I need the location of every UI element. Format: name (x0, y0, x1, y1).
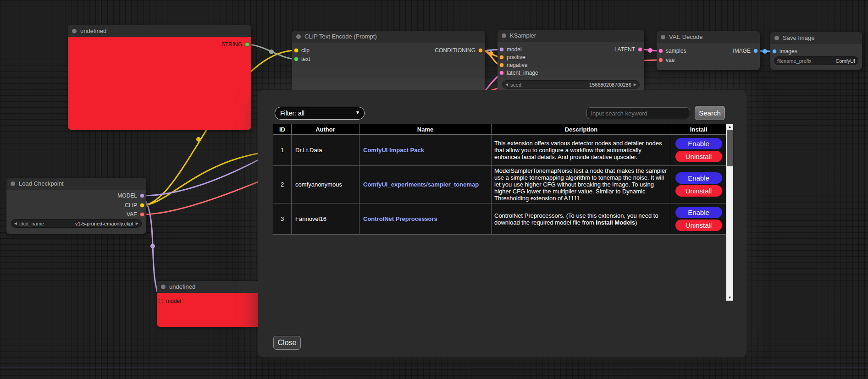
scroll-up-icon[interactable]: ▲ (726, 124, 733, 130)
node-titlebar[interactable]: undefined (68, 25, 251, 37)
input-slot-latent-image[interactable] (499, 71, 504, 75)
search-button[interactable]: Search (695, 106, 725, 120)
extension-link[interactable]: ComfyUI_experiments/sampler_tonemap (363, 181, 479, 188)
input-slot-text[interactable] (294, 57, 299, 61)
input-slot-images[interactable] (772, 49, 777, 54)
node-titlebar[interactable]: KSampler (498, 30, 644, 42)
col-header-name: Name (359, 124, 492, 135)
wire-string-to-text (247, 44, 296, 59)
input-slot-clip[interactable] (294, 48, 299, 53)
search-input[interactable] (586, 107, 690, 119)
output-slot-clip[interactable] (140, 203, 144, 208)
collapse-dot-icon[interactable] (296, 34, 301, 39)
input-slot-negative[interactable] (499, 63, 504, 67)
close-button[interactable]: Close (273, 336, 301, 350)
filter-select-wrap: Filter: all ▼ (275, 107, 365, 120)
cell-description: This extension offers various detector n… (492, 135, 671, 166)
extensions-table: ID Author Name Description Install 1 Dr.… (273, 124, 726, 235)
widget-ckpt-name[interactable]: ◀ ckpt_name v1-5-pruned-emaonly.ckpt ▶ (11, 219, 142, 228)
collapse-dot-icon[interactable] (161, 285, 166, 289)
node-title: KSampler (510, 32, 536, 39)
node-ksampler[interactable]: KSampler model positive negative latent_… (498, 30, 644, 94)
table-header-row: ID Author Name Description Install (273, 124, 726, 135)
cell-id: 1 (273, 135, 292, 166)
input-slot-model[interactable] (499, 47, 504, 52)
cell-author: Dr.Lt.Data (292, 135, 359, 166)
link-dot (269, 49, 274, 54)
slot-label: STRING (221, 41, 242, 48)
extension-row: 2 comfyanonymous ComfyUI_experiments/sam… (273, 166, 726, 203)
output-slot-conditioning[interactable] (478, 48, 483, 53)
output-slot-vae[interactable] (140, 212, 144, 217)
uninstall-button[interactable]: Uninstall (675, 185, 722, 197)
input-slot-samples[interactable] (658, 49, 663, 53)
output-slot-image[interactable] (753, 49, 758, 53)
slot-label: latent_image (507, 69, 538, 77)
extension-row: 3 Fannovel16 ControlNet Preprocessors Co… (273, 203, 726, 235)
slot-label: samples (666, 47, 686, 55)
node-titlebar[interactable]: VAE Decode (657, 31, 760, 43)
cell-author: comfyanonymous (292, 166, 359, 203)
collapse-dot-icon[interactable] (72, 29, 77, 33)
node-undefined-top[interactable]: undefined STRING (68, 25, 251, 130)
output-slot-string[interactable] (245, 42, 249, 47)
cell-id: 2 (273, 166, 292, 203)
graph-canvas[interactable]: undefined STRING CLIP Text Encode (Promp… (0, 0, 868, 379)
col-header-author: Author (292, 124, 359, 135)
description-text: ModelSamplerTonemapNoiseTest a node that… (494, 167, 667, 202)
arrow-right-icon[interactable]: ▶ (634, 80, 636, 89)
scroll-thumb[interactable] (727, 130, 733, 166)
filter-select[interactable]: Filter: all (275, 107, 365, 120)
collapse-dot-icon[interactable] (661, 35, 665, 39)
collapse-dot-icon[interactable] (774, 36, 779, 40)
widget-value: 156680208700286 (589, 82, 631, 88)
node-save-image[interactable]: Save Image images filename_prefix ComfyU… (770, 32, 862, 70)
node-title: undefined (80, 27, 106, 34)
arrow-right-icon[interactable]: ▶ (136, 219, 138, 228)
node-vae-decode[interactable]: VAE Decode samples vae IMAGE (657, 31, 760, 70)
extension-link[interactable]: ComfyUI Impact Pack (363, 147, 424, 154)
slot-label: CONDITIONING (435, 47, 475, 54)
output-slot-latent[interactable] (638, 47, 642, 52)
widget-label: filename_prefix (777, 58, 812, 64)
widget-value: v1-5-pruned-emaonly.ckpt (75, 221, 133, 226)
uninstall-button[interactable]: Uninstall (675, 220, 722, 231)
cell-description: ModelSamplerTonemapNoiseTest a node that… (492, 166, 671, 203)
extension-link[interactable]: ControlNet Preprocessors (363, 215, 437, 222)
widget-filename-prefix[interactable]: filename_prefix ComfyUI (774, 56, 858, 65)
output-slot-model[interactable] (140, 193, 144, 198)
scroll-down-icon[interactable]: ▼ (726, 295, 733, 301)
collapse-dot-icon[interactable] (11, 181, 15, 186)
node-titlebar[interactable]: Save Image (770, 32, 862, 44)
dialog-scrollbar[interactable]: ▲ ▼ (726, 124, 733, 301)
enable-button[interactable]: Enable (675, 138, 722, 149)
uninstall-button[interactable]: Uninstall (675, 151, 722, 162)
manager-dialog: Filter: all ▼ Search ID Author Name Desc… (258, 90, 746, 357)
node-titlebar[interactable]: Load Checkpoint (6, 178, 146, 190)
enable-button[interactable]: Enable (675, 207, 722, 218)
enable-button[interactable]: Enable (675, 172, 722, 184)
input-slot-vae[interactable] (658, 58, 663, 62)
arrow-left-icon[interactable]: ◀ (505, 80, 508, 89)
widget-seed[interactable]: ◀ seed 156680208700286 ▶ (502, 80, 640, 89)
slot-label: CLIP (125, 202, 137, 209)
slot-label: model (507, 46, 522, 53)
arrow-left-icon[interactable]: ◀ (14, 219, 17, 228)
node-titlebar[interactable]: CLIP Text Encode (Prompt) (292, 31, 485, 43)
collapse-dot-icon[interactable] (502, 33, 506, 38)
input-slot-model[interactable] (159, 299, 163, 303)
slot-label: LATENT (614, 46, 635, 53)
col-header-install: Install (671, 124, 726, 135)
link-dot (150, 244, 155, 248)
link-dot (196, 137, 201, 142)
link-dot (648, 48, 652, 53)
input-slot-positive[interactable] (499, 55, 504, 60)
node-load-checkpoint[interactable]: Load Checkpoint MODEL CLIP VAE ◀ ckpt_na… (6, 178, 146, 234)
slot-label: positive (507, 54, 525, 61)
col-header-id: ID (273, 124, 292, 135)
description-text: This extension offers various detector n… (494, 140, 662, 160)
slot-label: clip (301, 47, 310, 54)
slot-label: model (166, 297, 181, 305)
node-title: Load Checkpoint (19, 180, 64, 187)
cell-id: 3 (273, 203, 292, 235)
